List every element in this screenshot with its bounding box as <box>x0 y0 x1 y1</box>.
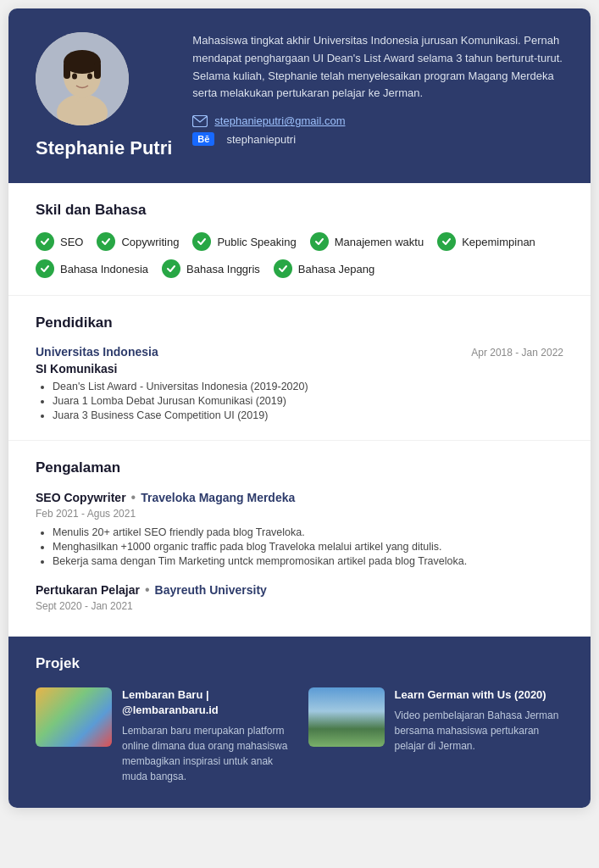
projects-grid: Lembaran Baru | @lembaranbaru.id Lembara… <box>36 687 563 784</box>
project-desc: Lembaran baru merupakan platform online … <box>122 723 291 784</box>
project-info: Learn German with Us (2020) Video pembel… <box>395 687 564 754</box>
check-icon <box>274 259 292 278</box>
svg-rect-5 <box>64 62 70 79</box>
experience-section: Pengalaman SEO Copywriter • Traveloka Ma… <box>8 441 591 637</box>
language-chip: Bahasa Jepang <box>274 259 374 278</box>
language-chip: Bahasa Inggris <box>162 259 260 278</box>
education-entry: Universitas Indonesia Apr 2018 - Jan 202… <box>36 345 563 421</box>
experience-entry: Pertukaran Pelajar • Bayreuth University… <box>36 582 563 612</box>
exp-list: Menulis 20+ artikel SEO friendly pada bl… <box>36 526 563 567</box>
skill-chip: SEO <box>36 232 83 251</box>
skill-label: Copywriting <box>121 236 179 248</box>
exp-dot: • <box>131 490 136 505</box>
education-section: Pendidikan Universitas Indonesia Apr 201… <box>8 296 591 441</box>
project-name: Lembaran Baru | @lembaranbaru.id <box>122 687 291 718</box>
exp-title-row: SEO Copywriter • Traveloka Magang Merdek… <box>36 490 563 505</box>
list-item: Menulis 20+ artikel SEO friendly pada bl… <box>53 526 563 538</box>
project-card: Lembaran Baru | @lembaranbaru.id Lembara… <box>36 687 291 784</box>
check-icon <box>97 232 115 251</box>
check-icon <box>162 259 180 278</box>
experience-entry: SEO Copywriter • Traveloka Magang Merdek… <box>36 490 563 567</box>
skill-label: SEO <box>60 236 83 248</box>
email-icon <box>192 115 208 127</box>
svg-point-7 <box>72 74 77 80</box>
behance-row: Bē stephanieputri <box>192 132 563 146</box>
behance-badge: Bē <box>192 132 214 146</box>
list-item: Juara 1 Lomba Debat Jurusan Komunikasi (… <box>53 395 563 407</box>
avatar <box>36 32 129 125</box>
candidate-name: Stephanie Putri <box>36 137 172 159</box>
skills-grid: SEO Copywriting Public Speaking Manajeme… <box>36 232 563 251</box>
skill-chip: Public Speaking <box>192 232 296 251</box>
check-icon <box>36 259 54 278</box>
language-chip: Bahasa Indonesia <box>36 259 148 278</box>
skill-label: Manajemen waktu <box>335 236 424 248</box>
resume-card: Stephanie Putri Mahasiswa tingkat akhir … <box>8 8 591 808</box>
skill-chip: Manajemen waktu <box>310 232 424 251</box>
exp-company: Traveloka Magang Merdeka <box>141 491 295 504</box>
project-card: Learn German with Us (2020) Video pembel… <box>308 687 564 784</box>
name-section: Stephanie Putri <box>36 137 172 159</box>
language-label: Bahasa Indonesia <box>60 263 148 275</box>
languages-grid: Bahasa Indonesia Bahasa Inggris Bahasa J… <box>36 259 563 278</box>
exp-dot: • <box>145 582 150 598</box>
edu-date: Apr 2018 - Jan 2022 <box>471 347 563 359</box>
check-icon <box>437 232 456 251</box>
exp-date: Sept 2020 - Jan 2021 <box>36 600 563 612</box>
list-item: Menghasilkan +1000 organic traffic pada … <box>53 541 563 553</box>
check-icon <box>310 232 329 251</box>
skill-label: Public Speaking <box>217 236 296 248</box>
exp-role: Pertukaran Pelajar <box>36 583 140 597</box>
education-title: Pendidikan <box>36 314 563 331</box>
project-info: Lembaran Baru | @lembaranbaru.id Lembara… <box>122 687 291 784</box>
svg-rect-6 <box>94 62 101 79</box>
skills-section: Skil dan Bahasa SEO Copywriting Public S… <box>8 183 591 296</box>
avatar-wrap: Stephanie Putri <box>36 32 172 159</box>
project-name: Learn German with Us (2020) <box>395 687 564 703</box>
header-section: Stephanie Putri Mahasiswa tingkat akhir … <box>8 8 591 183</box>
project-desc: Video pembelajaran Bahasa Jerman bersama… <box>395 708 564 754</box>
experience-title: Pengalaman <box>36 459 563 476</box>
list-item: Juara 3 Business Case Competition UI (20… <box>53 409 563 421</box>
project-thumbnail <box>36 687 112 747</box>
skills-title: Skil dan Bahasa <box>36 202 563 219</box>
edu-list: Dean's List Award - Universitas Indonesi… <box>36 381 563 421</box>
email-link[interactable]: stephanieputri@gmail.com <box>214 114 345 127</box>
list-item: Bekerja sama dengan Tim Marketing untck … <box>53 555 563 567</box>
check-icon <box>192 232 211 251</box>
header-info: Mahasiswa tingkat akhir Universitas Indo… <box>192 32 563 151</box>
projects-title: Projek <box>36 655 563 672</box>
skill-label: Kepemimpinan <box>462 236 535 248</box>
project-thumbnail <box>308 687 385 747</box>
skill-chip: Kepemimpinan <box>437 232 535 251</box>
edu-degree: SI Komunikasi <box>36 362 563 376</box>
language-label: Bahasa Inggris <box>186 263 260 275</box>
email-row: stephanieputri@gmail.com <box>192 114 563 127</box>
svg-point-8 <box>87 74 92 80</box>
avatar-image <box>36 32 129 125</box>
exp-role: SEO Copywriter <box>36 491 126 504</box>
check-icon <box>36 232 54 251</box>
projects-section: Projek Lembaran Baru | @lembaranbaru.id … <box>8 637 591 808</box>
exp-company: Bayreuth University <box>155 583 267 597</box>
edu-school: Universitas Indonesia <box>36 345 158 359</box>
language-label: Bahasa Jepang <box>298 263 374 275</box>
exp-date: Feb 2021 - Agus 2021 <box>36 508 563 520</box>
edu-header: Universitas Indonesia Apr 2018 - Jan 202… <box>36 345 563 359</box>
bio-text: Mahasiswa tingkat akhir Universitas Indo… <box>192 32 563 103</box>
exp-title-row: Pertukaran Pelajar • Bayreuth University <box>36 582 563 598</box>
skill-chip: Copywriting <box>97 232 179 251</box>
behance-handle: stephanieputri <box>226 133 296 146</box>
list-item: Dean's List Award - Universitas Indonesi… <box>53 381 563 392</box>
